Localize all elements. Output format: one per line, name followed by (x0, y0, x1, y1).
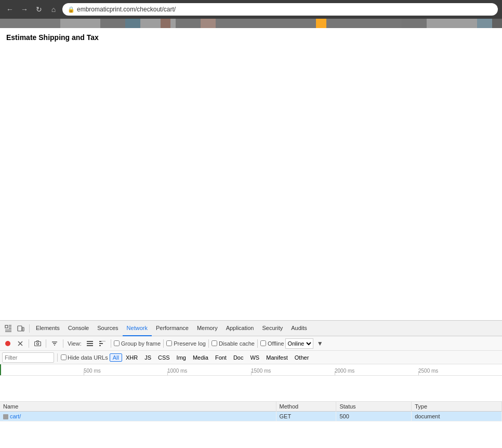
filter-bar: Hide data URLs AllXHRJSCSSImgMediaFontDo… (0, 351, 502, 364)
timeline-label-3: 2000 ms (335, 368, 354, 374)
tab-console[interactable]: Console (64, 321, 93, 336)
timeline: 500 ms1000 ms1500 ms2000 ms2500 ms3000 m… (0, 364, 502, 376)
filter-tag-img[interactable]: Img (174, 353, 189, 362)
disable-cache-checkbox[interactable] (212, 340, 217, 346)
td-type: document (412, 412, 502, 421)
filter-input[interactable] (2, 352, 54, 363)
url-path: /checkout/cart/ (135, 6, 176, 13)
svg-rect-18 (87, 345, 93, 346)
preserve-log-checkbox[interactable] (166, 340, 172, 346)
filter-tag-manifest[interactable]: Manifest (263, 353, 291, 362)
waterfall-view-button[interactable] (97, 338, 108, 349)
devtools-tabs: ElementsConsoleSourcesNetworkPerformance… (0, 321, 502, 336)
group-by-frame-checkbox[interactable] (114, 340, 120, 346)
forward-button[interactable]: → (19, 4, 30, 15)
tab-performance[interactable]: Performance (152, 321, 193, 336)
filter-tag-js[interactable]: JS (141, 353, 154, 362)
filter-tag-css[interactable]: CSS (155, 353, 173, 362)
list-view-button[interactable] (84, 338, 96, 349)
disable-cache-label[interactable]: Disable cache (212, 340, 255, 347)
timeline-label-4: 2500 ms (418, 368, 438, 374)
svg-rect-11 (34, 342, 41, 346)
clear-button[interactable] (15, 338, 26, 349)
tab-security[interactable]: Security (258, 321, 287, 336)
filter-tag-doc[interactable]: Doc (230, 353, 247, 362)
hide-data-urls-label[interactable]: Hide data URLs (61, 354, 108, 361)
url-prefix: embromaticprint.com (77, 6, 135, 13)
preserve-log-label[interactable]: Preserve log (166, 340, 206, 347)
toolbar-sep2 (46, 339, 46, 348)
svg-rect-19 (99, 341, 101, 342)
view-label: View: (68, 340, 82, 347)
timeline-label-0: 500 ms (84, 368, 101, 374)
timeline-labels: 500 ms1000 ms1500 ms2000 ms2500 ms3000 m… (0, 364, 502, 375)
col-method[interactable]: Method (276, 402, 336, 412)
col-type[interactable]: Type (412, 402, 502, 412)
filter-tag-other[interactable]: Other (292, 353, 312, 362)
td-status: 500 (336, 412, 412, 421)
network-toolbar: View: Group by frame Preserve log (0, 336, 502, 351)
back-button[interactable]: ← (4, 4, 16, 15)
col-status[interactable]: Status (336, 402, 412, 412)
svg-rect-7 (22, 327, 24, 331)
requests-tbody: cart/GET500document (0, 412, 502, 421)
filter-tag-all[interactable]: All (110, 353, 122, 362)
timeline-label-1: 1000 ms (167, 368, 187, 374)
reload-button[interactable]: ↻ (33, 4, 45, 15)
filter-tag-ws[interactable]: WS (247, 353, 262, 362)
filter-tag-media[interactable]: Media (190, 353, 212, 362)
toolbar-sep6 (208, 339, 209, 348)
svg-rect-0 (5, 325, 8, 328)
home-button[interactable]: ⌂ (48, 4, 59, 15)
tab-application[interactable]: Application (222, 321, 258, 336)
inspect-element-button[interactable] (2, 322, 15, 335)
td-method: GET (276, 412, 336, 421)
camera-button[interactable] (32, 338, 43, 349)
filter-button[interactable] (49, 338, 60, 349)
tab-network[interactable]: Network (123, 321, 152, 336)
svg-rect-21 (99, 345, 101, 346)
network-table[interactable]: Name Method Status Type cart/GET500docum… (0, 402, 502, 448)
group-by-frame-label[interactable]: Group by frame (114, 340, 161, 347)
throttle-select[interactable]: Online (285, 338, 313, 349)
filter-tag-font[interactable]: Font (212, 353, 230, 362)
svg-rect-16 (87, 341, 93, 342)
lock-icon: 🔒 (68, 6, 75, 13)
svg-rect-20 (99, 343, 103, 344)
device-toolbar-button[interactable] (15, 322, 27, 335)
page-content: Estimate Shipping and Tax (0, 28, 502, 320)
devtools-tab-list: ElementsConsoleSourcesNetworkPerformance… (32, 321, 311, 336)
offline-label[interactable]: Offline (260, 340, 284, 347)
toolbar-sep7 (257, 339, 258, 348)
browser-chrome: ← → ↻ ⌂ 🔒 embromaticprint.com/checkout/c… (0, 0, 502, 19)
timeline-requests-area (0, 376, 502, 402)
table-row[interactable]: cart/GET500document (0, 412, 502, 421)
offline-checkbox[interactable] (260, 340, 266, 346)
requests-table: Name Method Status Type cart/GET500docum… (0, 402, 502, 421)
address-bar[interactable]: 🔒 embromaticprint.com/checkout/cart/ (62, 3, 498, 16)
td-name: cart/ (0, 412, 276, 421)
svg-point-12 (36, 343, 38, 345)
svg-rect-6 (18, 326, 22, 331)
toolbar-sep1 (29, 339, 29, 348)
hide-data-urls-checkbox[interactable] (61, 354, 67, 360)
filter-tags: AllXHRJSCSSImgMediaFontDocWSManifestOthe… (110, 353, 312, 362)
col-name[interactable]: Name (0, 402, 276, 412)
toolbar-sep5 (163, 339, 164, 348)
tab-audits[interactable]: Audits (287, 321, 311, 336)
timeline-label-2: 1500 ms (251, 368, 271, 374)
filter-tag-xhr[interactable]: XHR (123, 353, 141, 362)
tabs-separator (29, 324, 30, 333)
record-button[interactable] (2, 338, 14, 349)
tab-sources[interactable]: Sources (93, 321, 122, 336)
toolbar-sep4 (111, 339, 111, 348)
devtools-panel: ElementsConsoleSourcesNetworkPerformance… (0, 320, 502, 448)
performance-bar (0, 19, 502, 28)
tab-elements[interactable]: Elements (32, 321, 64, 336)
svg-point-8 (5, 341, 10, 346)
toolbar-sep3 (63, 339, 63, 348)
page-title: Estimate Shipping and Tax (6, 33, 496, 42)
tab-memory[interactable]: Memory (193, 321, 222, 336)
throttle-dropdown-button[interactable]: ▼ (314, 338, 326, 349)
filter-sep1 (57, 353, 58, 362)
